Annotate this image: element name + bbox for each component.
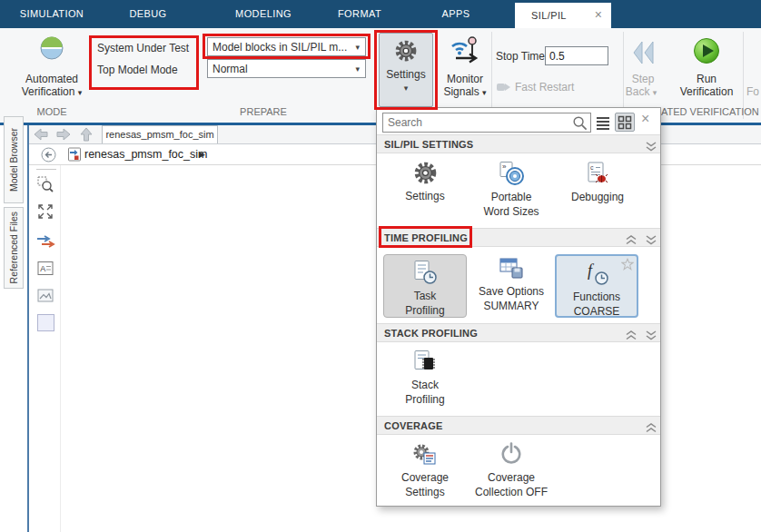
- fast-restart-label[interactable]: Fast Restart: [515, 81, 574, 94]
- chevron-down-icon: ▾: [355, 38, 360, 56]
- tab-sil-pil-label: SIL/PIL: [531, 3, 567, 28]
- top-model-mode-dropdown[interactable]: Normal ▾: [207, 59, 366, 78]
- palette-separator: [36, 169, 56, 170]
- breadcrumb-caret-icon[interactable]: ▶: [199, 150, 205, 159]
- stack-profiling-icon: [412, 350, 438, 374]
- panel-close-icon[interactable]: ×: [641, 111, 649, 127]
- monitor-signals-icon: [449, 34, 481, 64]
- automated-verification-label-2[interactable]: Verification ▾: [22, 85, 83, 98]
- section-label-mode: MODE: [37, 106, 67, 117]
- power-off-icon: [499, 442, 523, 467]
- step-back-label-1: Step: [632, 73, 655, 85]
- svg-text:c: c: [590, 164, 594, 171]
- save-options-icon: [499, 257, 524, 281]
- automated-verification-icon: [39, 35, 64, 61]
- run-verification-icon[interactable]: [693, 37, 720, 64]
- svg-text:A: A: [40, 264, 45, 273]
- tab-modeling[interactable]: MODELING: [235, 0, 292, 28]
- panel-item-save-options[interactable]: Save Options SUMMARY: [468, 257, 555, 313]
- document-tab[interactable]: renesas_pmsm_foc_sim: [102, 125, 218, 143]
- group-separator: [491, 32, 492, 119]
- section-header-time-profiling: TIME PROFILING: [377, 228, 660, 247]
- annotation-icon[interactable]: A: [37, 261, 54, 280]
- palette-divider: [60, 165, 61, 532]
- system-under-test-label: System Under Test: [97, 42, 189, 54]
- panel-item-coverage-settings[interactable]: Coverage Settings: [381, 442, 469, 499]
- system-under-test-dropdown[interactable]: Model blocks in SIL/PIL m... ▾: [207, 37, 366, 56]
- fit-to-view-icon[interactable]: [37, 203, 54, 223]
- tab-simulation[interactable]: SIMULATION: [20, 0, 84, 28]
- chevron-down-icon: ▾: [355, 60, 360, 78]
- collapse-double-chevron-down-icon[interactable]: [646, 233, 657, 251]
- settings-dropdown-panel: × SIL/PIL SETTINGS Settings »: [376, 107, 661, 507]
- panel-item-debugging[interactable]: c Debugging: [554, 161, 641, 204]
- collapse-double-chevron-up-icon[interactable]: [626, 233, 637, 251]
- top-model-mode-value: Normal: [212, 63, 248, 75]
- stop-time-label: Stop Time: [496, 50, 545, 63]
- toolstrip-tab-bar: SIMULATION DEBUG MODELING FORMAT APPS SI…: [0, 0, 761, 28]
- system-under-test-value: Model blocks in SIL/PIL m...: [212, 41, 347, 54]
- fast-restart-icon: [496, 80, 511, 94]
- monitor-signals-label-1[interactable]: Monitor: [447, 73, 483, 85]
- gear-icon: [394, 39, 418, 66]
- section-header-stack-profiling: STACK PROFILING: [377, 323, 660, 342]
- run-verification-label-1[interactable]: Run: [697, 73, 717, 85]
- tab-close-icon[interactable]: ×: [595, 3, 602, 28]
- chevron-down-icon[interactable]: ▾: [380, 84, 432, 93]
- group-separator: [623, 32, 624, 119]
- nav-back-icon[interactable]: [34, 128, 48, 144]
- model-file-icon: [67, 147, 82, 165]
- tab-format[interactable]: FORMAT: [338, 0, 381, 28]
- panel-item-settings[interactable]: Settings: [381, 161, 469, 203]
- collapse-double-chevron-up-icon[interactable]: [626, 329, 637, 346]
- sidebar-tab-model-browser[interactable]: Model Browser: [4, 116, 24, 203]
- panel-item-functions[interactable]: f Functions COARSE: [555, 254, 638, 318]
- panel-item-task-profiling[interactable]: Task Profiling: [383, 254, 467, 318]
- chevron-down-icon: ▾: [482, 88, 487, 97]
- chevron-down-icon: ▾: [653, 88, 657, 97]
- sidebar-tab-referenced-files[interactable]: Referenced Files: [4, 207, 24, 289]
- top-model-mode-label: Top Model Mode: [97, 64, 178, 76]
- tab-apps[interactable]: APPS: [442, 0, 470, 28]
- collapse-double-chevron-down-icon[interactable]: [646, 140, 657, 157]
- image-icon[interactable]: [37, 288, 54, 307]
- search-input[interactable]: [382, 113, 591, 133]
- editor-left-accent: [27, 125, 29, 532]
- favorite-star-icon[interactable]: [621, 258, 634, 274]
- functions-profiling-icon: f: [584, 261, 609, 286]
- panel-item-stack-profiling[interactable]: Stack Profiling: [381, 350, 469, 407]
- simulink-window: SIMULATION DEBUG MODELING FORMAT APPS SI…: [0, 0, 761, 532]
- clipped-button-label: Fo: [746, 85, 759, 98]
- list-view-icon[interactable]: [595, 114, 611, 134]
- automated-verification-label-1[interactable]: Automated: [25, 73, 78, 85]
- run-verification-label-2[interactable]: Verification: [680, 85, 734, 98]
- area-box-icon[interactable]: [37, 314, 54, 331]
- svg-text:f: f: [588, 261, 595, 280]
- chevron-down-icon: ▾: [78, 88, 83, 97]
- zoom-region-icon[interactable]: [37, 176, 54, 196]
- settings-button[interactable]: Settings ▾: [379, 33, 433, 107]
- tab-sil-pil-active[interactable]: SIL/PIL ×: [515, 3, 611, 28]
- tab-debug[interactable]: DEBUG: [129, 0, 166, 28]
- collapse-double-chevron-up-icon[interactable]: [646, 421, 657, 438]
- stop-time-input[interactable]: [545, 46, 608, 65]
- section-header-silpil-settings: SIL/PIL SETTINGS: [377, 134, 660, 153]
- section-label-prepare: PREPARE: [240, 106, 287, 117]
- gear-icon: [413, 161, 438, 185]
- breadcrumb-back-icon[interactable]: [41, 147, 56, 166]
- nav-forward-icon[interactable]: [56, 128, 71, 144]
- panel-item-coverage-collection[interactable]: Coverage Collection OFF: [468, 442, 555, 499]
- monitor-signals-label-2[interactable]: Signals ▾: [443, 85, 486, 98]
- nav-up-icon[interactable]: [80, 127, 93, 145]
- breadcrumb-model-name[interactable]: renesas_pmsm_foc_sim: [84, 148, 207, 161]
- collapse-double-chevron-down-icon[interactable]: [646, 329, 657, 346]
- section-header-coverage: COVERAGE: [377, 416, 660, 435]
- grid-view-icon[interactable]: [615, 113, 635, 132]
- panel-item-portable-word-sizes[interactable]: » Portable Word Sizes: [468, 161, 555, 219]
- task-profiling-icon: [412, 260, 438, 285]
- debugging-icon: c: [586, 161, 609, 186]
- coverage-settings-icon: [412, 442, 438, 467]
- settings-button-label: Settings: [380, 68, 432, 81]
- compare-arrows-icon[interactable]: [36, 235, 55, 251]
- search-icon: [572, 115, 588, 134]
